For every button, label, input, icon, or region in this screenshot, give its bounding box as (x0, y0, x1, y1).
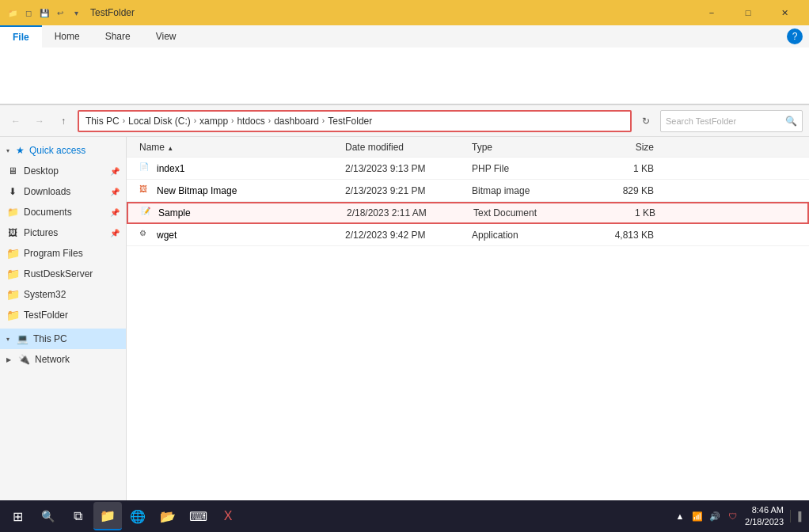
nav-back-button[interactable]: ← (6, 112, 25, 131)
quick-access-icon: ◻ (22, 6, 35, 19)
sidebar-system32-label: System32 (24, 289, 66, 300)
tab-file[interactable]: File (0, 25, 42, 48)
taskbar-date-display: 2/18/2023 (745, 516, 784, 528)
task-view-button[interactable]: ⧉ (63, 502, 92, 530)
file-size-bitmap: 829 KB (575, 185, 654, 196)
taskbar-search-icon[interactable]: 🔍 (33, 502, 62, 530)
nav-up-button[interactable]: ↑ (54, 112, 73, 131)
sidebar-item-desktop[interactable]: 🖥 Desktop 📌 (0, 161, 126, 181)
file-list-header: Name ▲ Date modified Type Size (127, 137, 809, 158)
sidebar-item-rustdesk[interactable]: 📁 RustDeskServer (0, 264, 126, 284)
title-bar: 📁 ◻ 💾 ↩ ▾ TestFolder − □ ✕ (0, 0, 809, 25)
sidebar-item-this-pc[interactable]: ▾ 💻 This PC (0, 329, 126, 349)
col-header-type[interactable]: Type (472, 142, 575, 153)
path-local-disk[interactable]: Local Disk (C:) (128, 116, 191, 127)
sidebar-testfolder-label: TestFolder (24, 310, 68, 321)
search-icon: 🔍 (785, 116, 797, 127)
table-row-sample[interactable]: 📝 Sample 2/18/2023 2:11 AM Text Document… (127, 202, 809, 224)
minimize-button[interactable]: − (693, 0, 730, 25)
path-sep-1: › (123, 116, 125, 125)
tray-update-icon[interactable]: 🛡 (726, 510, 739, 522)
col-header-name[interactable]: Name ▲ (139, 142, 345, 153)
title-bar-icons: 📁 ◻ 💾 ↩ ▾ (6, 6, 82, 19)
sidebar-item-pictures[interactable]: 🖼 Pictures 📌 (0, 222, 126, 243)
quick-access-star-icon: ★ (16, 145, 25, 156)
sidebar-programfiles-label: Program Files (24, 248, 83, 259)
path-dashboard[interactable]: dashboard (274, 116, 319, 127)
save-icon: 💾 (38, 6, 51, 19)
tab-view[interactable]: View (143, 25, 189, 48)
sidebar-quick-access-header[interactable]: ▾ ★ Quick access (0, 140, 126, 161)
dropdown-arrow-icon[interactable]: ▾ (70, 6, 82, 19)
sidebar-network-label: Network (35, 354, 70, 365)
file-date-sample: 2/18/2023 2:11 AM (347, 207, 473, 218)
file-type-bitmap: Bitmap image (472, 185, 575, 196)
expand-this-pc-icon: ▾ (6, 336, 9, 343)
start-button[interactable]: ⊞ (3, 502, 32, 530)
sidebar-item-network[interactable]: ▶ 🔌 Network (0, 349, 126, 370)
xampp-taskbar-btn[interactable]: X (214, 502, 242, 530)
maximize-button[interactable]: □ (730, 0, 766, 25)
table-row[interactable]: 📄 index1 2/13/2023 9:13 PM PHP File 1 KB (127, 158, 809, 180)
taskbar-clock[interactable]: 8:46 AM 2/18/2023 (745, 504, 784, 529)
sidebar: ▾ ★ Quick access 🖥 Desktop 📌 ⬇ Downloads… (0, 137, 127, 511)
taskbar: ⊞ 🔍 ⧉ 📁 🌐 📂 ⌨ X ▲ 📶 🔊 🛡 8:46 AM 2/18/202… (0, 500, 809, 532)
file-explorer-taskbar-btn[interactable]: 📁 (93, 502, 122, 530)
folder-icon-s32: 📁 (6, 288, 19, 301)
file-name-wget: ⚙ wget (139, 229, 345, 241)
explorer-taskbar-btn2[interactable]: 📂 (154, 502, 182, 530)
refresh-button[interactable]: ↻ (636, 112, 655, 131)
folder-icon-rd: 📁 (6, 268, 19, 280)
sidebar-item-testfolder[interactable]: 📁 TestFolder (0, 305, 126, 325)
cmd-taskbar-btn[interactable]: ⌨ (184, 502, 212, 530)
tab-home[interactable]: Home (42, 25, 93, 48)
php-file-icon: 📄 (139, 162, 152, 175)
path-this-pc[interactable]: This PC (85, 116, 120, 127)
close-button[interactable]: ✕ (766, 0, 803, 25)
tab-share[interactable]: Share (93, 25, 143, 48)
sidebar-item-system32[interactable]: 📁 System32 (0, 284, 126, 305)
tray-volume-icon[interactable]: 🔊 (708, 510, 721, 522)
path-testfolder[interactable]: TestFolder (328, 116, 372, 127)
search-box[interactable]: Search TestFolder 🔍 (660, 110, 803, 132)
sidebar-item-downloads[interactable]: ⬇ Downloads 📌 (0, 181, 126, 202)
edge-taskbar-btn[interactable]: 🌐 (123, 502, 152, 530)
file-name-index1: 📄 index1 (139, 162, 345, 175)
app-file-icon: ⚙ (139, 229, 152, 241)
address-bar: ← → ↑ This PC › Local Disk (C:) › xampp … (0, 105, 809, 137)
documents-icon: 📁 (6, 206, 19, 218)
quick-access-label: Quick access (29, 145, 85, 156)
undo-icon: ↩ (54, 6, 66, 19)
sidebar-pictures-label: Pictures (24, 227, 58, 238)
window-title: TestFolder (87, 7, 689, 18)
table-row[interactable]: 🖼 New Bitmap Image 2/13/2023 9:21 PM Bit… (127, 180, 809, 202)
sidebar-item-documents[interactable]: 📁 Documents 📌 (0, 202, 126, 222)
nav-forward-button[interactable]: → (30, 112, 49, 131)
system-tray: ▲ 📶 🔊 🛡 (674, 510, 739, 522)
file-size-wget: 4,813 KB (575, 230, 654, 241)
col-header-size[interactable]: Size (575, 142, 654, 153)
pin-icon: 📌 (110, 167, 120, 176)
network-icon: 🔌 (17, 353, 30, 366)
col-header-date[interactable]: Date modified (345, 142, 472, 153)
help-button[interactable]: ? (787, 28, 803, 44)
file-size-index1: 1 KB (575, 163, 654, 174)
path-sep-3: › (231, 116, 234, 125)
file-size-sample: 1 KB (576, 207, 655, 218)
search-placeholder: Search TestFolder (666, 116, 736, 126)
text-file-icon: 📝 (141, 207, 154, 219)
tray-network-icon[interactable]: 📶 (691, 510, 704, 522)
pictures-icon: 🖼 (6, 226, 19, 239)
address-path[interactable]: This PC › Local Disk (C:) › xampp › htdo… (78, 110, 632, 132)
path-xampp[interactable]: xampp (199, 116, 228, 127)
tray-arrow-icon[interactable]: ▲ (674, 510, 686, 522)
table-row[interactable]: ⚙ wget 2/12/2023 9:42 PM Application 4,8… (127, 224, 809, 246)
sidebar-item-program-files[interactable]: 📁 Program Files (0, 243, 126, 264)
folder-icon-pf: 📁 (6, 247, 19, 260)
expand-icon: ▾ (6, 147, 9, 154)
pin-icon-downloads: 📌 (110, 188, 120, 196)
show-desktop-button[interactable]: ▐ (790, 510, 803, 522)
folder-icon-tf: 📁 (6, 309, 19, 321)
expand-network-icon: ▶ (6, 356, 11, 363)
path-htdocs[interactable]: htdocs (237, 116, 264, 127)
